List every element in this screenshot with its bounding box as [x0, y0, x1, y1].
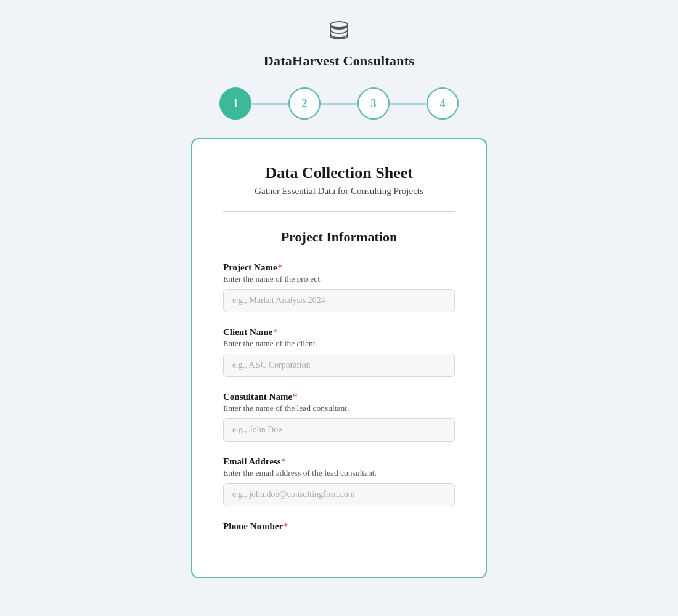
project-name-field: Project Name* Enter the name of the proj… [223, 262, 455, 312]
consultant-name-label: Consultant Name* [223, 392, 455, 402]
email-hint: Enter the email address of the lead cons… [223, 468, 455, 478]
client-name-hint: Enter the name of the client. [223, 339, 455, 349]
consultant-name-field: Consultant Name* Enter the name of the l… [223, 392, 455, 442]
section-title: Project Information [223, 229, 455, 245]
step-connector-1-2 [251, 103, 288, 105]
project-name-input[interactable] [223, 289, 455, 312]
form-card: Data Collection Sheet Gather Essential D… [191, 138, 487, 578]
phone-number-label: Phone Number* [223, 521, 455, 532]
step-connector-3-4 [390, 103, 427, 105]
client-name-required: * [273, 327, 278, 337]
form-subtitle: Gather Essential Data for Consulting Pro… [223, 186, 455, 197]
step-2[interactable]: 2 [288, 87, 321, 120]
project-name-hint: Enter the name of the project. [223, 274, 455, 284]
email-address-field: Email Address* Enter the email address o… [223, 456, 455, 506]
client-name-input[interactable] [223, 354, 455, 377]
client-name-label: Client Name* [223, 327, 455, 338]
email-address-label: Email Address* [223, 456, 455, 467]
svg-point-0 [330, 22, 348, 28]
step-4[interactable]: 4 [427, 87, 459, 120]
step-3[interactable]: 3 [357, 87, 390, 120]
page-header: DataHarvest Consultants [264, 18, 415, 69]
step-connector-2-3 [321, 103, 357, 105]
stepper: 1 2 3 4 [219, 87, 459, 120]
step-1[interactable]: 1 [219, 87, 251, 120]
section-divider [223, 211, 455, 212]
form-title: Data Collection Sheet [223, 164, 455, 182]
logo-icon [325, 18, 353, 48]
project-name-label: Project Name* [223, 262, 455, 273]
consultant-name-input[interactable] [223, 418, 455, 442]
email-address-input[interactable] [223, 483, 455, 506]
client-name-field: Client Name* Enter the name of the clien… [223, 327, 455, 377]
project-name-required: * [278, 262, 283, 272]
phone-required: * [284, 521, 288, 531]
consultant-name-required: * [293, 392, 298, 402]
consultant-name-hint: Enter the name of the lead consultant. [223, 403, 455, 413]
company-name: DataHarvest Consultants [264, 53, 415, 69]
phone-number-field: Phone Number* [223, 521, 455, 532]
email-required: * [282, 456, 287, 466]
